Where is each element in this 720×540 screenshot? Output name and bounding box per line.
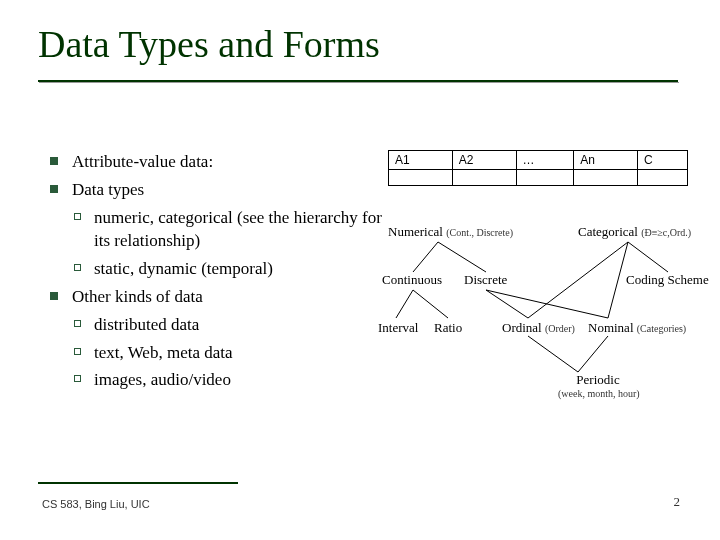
page-number: 2	[674, 494, 681, 510]
bullet-text: numeric, categorical (see the hierarchy …	[94, 208, 382, 251]
content-area: Attribute-value data: Data types numeric…	[50, 150, 390, 396]
square-bullet-icon	[50, 292, 58, 300]
open-square-bullet-icon	[74, 375, 81, 382]
slide: Data Types and Forms Attribute-value dat…	[0, 0, 720, 540]
table: A1 A2 … An C	[388, 150, 688, 186]
table-header-a1: A1	[389, 151, 453, 170]
node-continuous: Continuous	[382, 272, 442, 288]
attribute-table: A1 A2 … An C	[388, 150, 688, 186]
bullet-text: Data types	[72, 180, 144, 199]
label: Ordinal	[502, 320, 542, 335]
note: (Cont., Discrete)	[446, 227, 513, 238]
diagram-lines	[378, 210, 708, 470]
square-bullet-icon	[50, 185, 58, 193]
hierarchy-diagram: Numerical (Cont., Discrete) Categorical …	[378, 210, 708, 470]
slide-title: Data Types and Forms	[38, 22, 380, 66]
node-ordinal: Ordinal (Order)	[502, 320, 575, 336]
table-cell	[516, 170, 574, 186]
subbullet-numeric-categorical: numeric, categorical (see the hierarchy …	[50, 206, 390, 254]
subbullet-images-audio: images, audio/video	[50, 368, 390, 392]
note: (Order)	[545, 323, 575, 334]
bullet-attribute-value: Attribute-value data:	[50, 150, 390, 174]
table-header-dots: …	[516, 151, 574, 170]
svg-line-10	[578, 336, 608, 372]
note: (Categories)	[637, 323, 686, 334]
bullet-text: text, Web, meta data	[94, 343, 233, 362]
svg-line-3	[413, 290, 448, 318]
label: Nominal	[588, 320, 634, 335]
table-cell	[389, 170, 453, 186]
svg-line-8	[608, 242, 628, 318]
note: (Đ≡≥c,Ord.)	[641, 227, 691, 238]
bullet-data-types: Data types	[50, 178, 390, 202]
svg-line-4	[486, 290, 528, 318]
bullet-text: images, audio/video	[94, 370, 231, 389]
svg-line-1	[438, 242, 486, 272]
node-periodic: Periodic (week, month, hour)	[558, 372, 638, 399]
bullet-text: Other kinds of data	[72, 287, 203, 306]
node-nominal: Nominal (Categories)	[588, 320, 686, 336]
open-square-bullet-icon	[74, 320, 81, 327]
bullet-text: static, dynamic (temporal)	[94, 259, 273, 278]
bullet-text: Attribute-value data:	[72, 152, 213, 171]
node-numerical: Numerical (Cont., Discrete)	[388, 224, 513, 240]
svg-line-6	[628, 242, 668, 272]
label: Numerical	[388, 224, 443, 239]
table-cell	[638, 170, 688, 186]
svg-line-7	[528, 242, 628, 318]
svg-line-2	[396, 290, 413, 318]
subbullet-static-dynamic: static, dynamic (temporal)	[50, 257, 390, 281]
table-cell	[574, 170, 638, 186]
open-square-bullet-icon	[74, 213, 81, 220]
table-cell	[452, 170, 516, 186]
footer-course-info: CS 583, Bing Liu, UIC	[42, 498, 150, 510]
subbullet-text-web: text, Web, meta data	[50, 341, 390, 365]
bullet-other-kinds: Other kinds of data	[50, 285, 390, 309]
bullet-text: distributed data	[94, 315, 199, 334]
table-header-an: An	[574, 151, 638, 170]
svg-line-0	[413, 242, 438, 272]
subbullet-distributed: distributed data	[50, 313, 390, 337]
table-row: A1 A2 … An C	[389, 151, 688, 170]
note: (week, month, hour)	[558, 388, 638, 399]
node-categorical: Categorical (Đ≡≥c,Ord.)	[578, 224, 691, 240]
node-coding-scheme: Coding Scheme	[626, 272, 709, 288]
label: Periodic	[558, 372, 638, 388]
table-header-c: C	[638, 151, 688, 170]
table-row	[389, 170, 688, 186]
footer-rule	[38, 482, 238, 484]
square-bullet-icon	[50, 157, 58, 165]
node-interval: Interval	[378, 320, 418, 336]
label: Categorical	[578, 224, 638, 239]
node-discrete: Discrete	[464, 272, 507, 288]
svg-line-9	[528, 336, 578, 372]
open-square-bullet-icon	[74, 348, 81, 355]
title-underline-shadow	[39, 82, 679, 83]
open-square-bullet-icon	[74, 264, 81, 271]
table-header-a2: A2	[452, 151, 516, 170]
node-ratio: Ratio	[434, 320, 462, 336]
